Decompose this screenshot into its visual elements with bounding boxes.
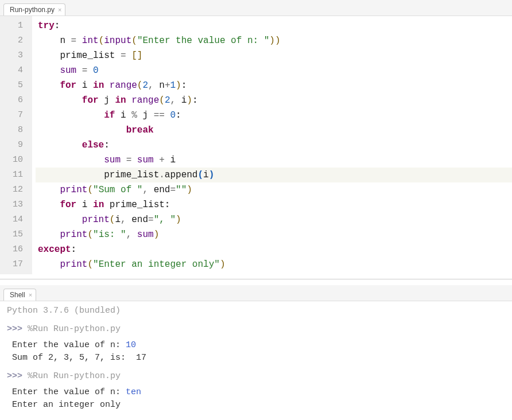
token-name xyxy=(154,155,160,165)
shell-text: %Run Run-python.py xyxy=(28,324,121,334)
shell-text: %Run Run-python.py xyxy=(28,371,121,381)
shell-line: Enter the value of n: 10 xyxy=(7,339,509,352)
token-op: + xyxy=(165,80,170,91)
token-name: n xyxy=(60,36,71,46)
token-bilt: sum xyxy=(60,65,76,76)
code-line[interactable]: sum = sum + i xyxy=(36,153,512,168)
token-kw: in xyxy=(93,200,104,210)
token-op: == xyxy=(154,110,165,120)
token-bilt: range xyxy=(131,95,159,106)
shell-tab-bar: Shell × xyxy=(0,285,512,301)
token-num: 0 xyxy=(170,110,176,120)
token-bilt: print xyxy=(60,259,87,270)
code-line[interactable]: for i in prime_list: xyxy=(36,197,512,212)
token-bilt: print xyxy=(60,230,87,240)
token-bilt: print xyxy=(60,185,87,195)
token-bilt: sum xyxy=(104,155,121,165)
line-number: 4 xyxy=(0,63,26,78)
shell-text: Enter the value of n: xyxy=(7,340,126,350)
code-area[interactable]: try: n = int(input("Enter the value of n… xyxy=(32,16,512,274)
close-icon[interactable]: × xyxy=(29,291,32,298)
token-name: end xyxy=(131,215,148,225)
code-line[interactable]: prime_list = [] xyxy=(36,48,512,63)
code-line[interactable]: for j in range(2, i): xyxy=(36,93,512,108)
token-op: = xyxy=(121,50,126,61)
line-number: 17 xyxy=(0,257,26,272)
shell-tab-label: Shell xyxy=(10,291,25,299)
token-name: i xyxy=(115,110,131,120)
line-number: 12 xyxy=(0,182,26,197)
code-line[interactable]: try: xyxy=(36,18,512,33)
token-op: % xyxy=(131,110,137,120)
token-str: ", " xyxy=(154,215,176,225)
line-number-gutter: 1234567891011121314151617 xyxy=(0,16,32,274)
shell-output[interactable]: Python 3.7.6 (bundled)>>> %Run Run-pytho… xyxy=(0,301,512,417)
code-line[interactable]: except: xyxy=(36,242,512,257)
token-par: [] xyxy=(131,50,142,61)
code-line[interactable]: break xyxy=(36,123,512,138)
line-number: 8 xyxy=(0,123,26,138)
close-icon[interactable]: × xyxy=(58,6,61,13)
token-bilt: int xyxy=(82,36,99,46)
token-kw: for xyxy=(60,200,76,210)
shell-user-input: 10 xyxy=(126,340,136,350)
code-line[interactable]: print("is: ", sum) xyxy=(36,227,512,242)
token-op: = xyxy=(71,36,77,46)
shell-line: Enter an integer only xyxy=(7,399,509,411)
token-op: = xyxy=(170,185,176,195)
token-kw: try xyxy=(38,21,55,31)
token-par: ( xyxy=(87,185,93,195)
token-name: i xyxy=(115,215,121,225)
token-op: . xyxy=(159,170,165,180)
token-op: , xyxy=(121,215,131,225)
token-bld: : xyxy=(55,21,60,31)
token-par: ) xyxy=(220,259,226,270)
token-par: )) xyxy=(269,36,280,46)
line-number: 1 xyxy=(0,18,26,33)
code-line[interactable]: prime_list.append(i) xyxy=(36,168,512,182)
code-line[interactable]: for i in range(2, n+1): xyxy=(36,78,512,93)
token-name: i xyxy=(76,80,93,91)
line-number: 9 xyxy=(0,138,26,153)
code-line[interactable]: print("Enter an integer only") xyxy=(36,257,512,272)
line-number: 11 xyxy=(0,168,26,182)
token-par: ( xyxy=(99,36,104,46)
shell-panel: Shell × Python 3.7.6 (bundled)>>> %Run R… xyxy=(0,285,512,417)
code-editor[interactable]: 1234567891011121314151617 try: n = int(i… xyxy=(0,16,512,279)
token-bld: : xyxy=(71,244,77,255)
token-kw: in xyxy=(93,80,104,91)
token-name xyxy=(126,50,132,61)
shell-prompt: >>> xyxy=(7,324,28,334)
token-num: 2 xyxy=(142,80,148,91)
token-par: ) xyxy=(154,230,160,240)
token-bilt: input xyxy=(104,36,131,46)
line-number: 15 xyxy=(0,227,26,242)
token-parb: ( xyxy=(197,170,203,180)
token-par: ( xyxy=(110,215,115,225)
token-name xyxy=(131,155,137,165)
token-parb: ) xyxy=(209,170,215,180)
shell-text: Enter an integer only xyxy=(7,400,121,410)
token-name: n xyxy=(159,80,165,91)
token-name: prime_list xyxy=(104,170,159,180)
line-number: 6 xyxy=(0,93,26,108)
code-line[interactable]: if i % j == 0: xyxy=(36,108,512,123)
token-name: i xyxy=(203,170,209,180)
code-line[interactable]: n = int(input("Enter the value of n: ")) xyxy=(36,33,512,48)
token-bld: : xyxy=(104,140,110,150)
shell-user-input: ten xyxy=(126,387,141,397)
token-par: ( xyxy=(131,36,137,46)
editor-tab[interactable]: Run-python.py × xyxy=(3,3,65,15)
editor-tab-bar: Run-python.py × xyxy=(0,0,512,16)
token-str: "Enter an integer only" xyxy=(93,259,220,270)
code-line[interactable]: else: xyxy=(36,138,512,153)
token-num: 0 xyxy=(93,65,99,76)
token-str: "Enter the value of n: " xyxy=(137,36,269,46)
line-number: 2 xyxy=(0,33,26,48)
code-line[interactable]: print(i, end=", ") xyxy=(36,212,512,227)
line-number: 16 xyxy=(0,242,26,257)
shell-tab[interactable]: Shell × xyxy=(3,289,36,301)
code-line[interactable]: print("Sum of ", end="") xyxy=(36,182,512,197)
code-line[interactable]: sum = 0 xyxy=(36,63,512,78)
token-bilt: range xyxy=(110,80,137,91)
